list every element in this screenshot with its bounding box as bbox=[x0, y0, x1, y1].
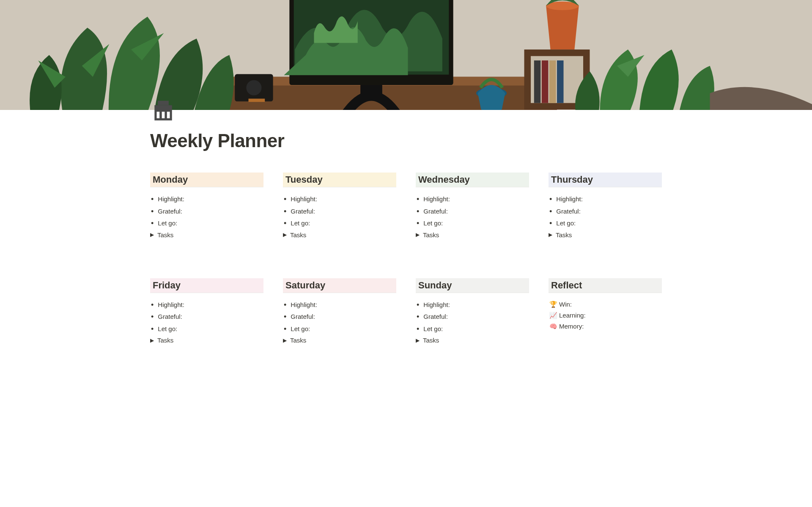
tasks-label: Tasks bbox=[290, 337, 306, 344]
bullet-icon: • bbox=[151, 195, 154, 203]
toggle-triangle-icon: ▶ bbox=[416, 337, 420, 343]
bullet-icon: • bbox=[151, 313, 154, 321]
day-thursday: Thursday •Highlight: •Grateful: •Let go:… bbox=[549, 173, 662, 240]
wednesday-tasks-toggle[interactable]: ▶ Tasks bbox=[416, 230, 529, 240]
toggle-triangle-icon: ▶ bbox=[150, 232, 154, 238]
bullet-icon: • bbox=[151, 219, 154, 227]
day-header-saturday: Saturday bbox=[283, 278, 396, 293]
tasks-label: Tasks bbox=[556, 231, 572, 238]
monday-letgo[interactable]: •Let go: bbox=[151, 217, 263, 230]
day-header-wednesday: Wednesday bbox=[416, 173, 529, 187]
bullet-icon: • bbox=[284, 195, 286, 203]
week-grid: Monday •Highlight: •Grateful: •Let go: ▶… bbox=[150, 173, 662, 345]
day-header-tuesday: Tuesday bbox=[283, 173, 396, 187]
reflect-win[interactable]: 🏆Win: bbox=[549, 299, 662, 310]
bullet-icon: • bbox=[417, 325, 419, 333]
wednesday-grateful[interactable]: •Grateful: bbox=[417, 206, 529, 218]
svg-rect-18 bbox=[162, 112, 165, 118]
toggle-triangle-icon: ▶ bbox=[416, 232, 420, 238]
day-header-friday: Friday bbox=[150, 278, 263, 293]
toggle-triangle-icon: ▶ bbox=[283, 232, 287, 238]
bullet-icon: • bbox=[549, 195, 552, 203]
tasks-label: Tasks bbox=[157, 337, 173, 344]
bullet-icon: • bbox=[417, 208, 419, 215]
friday-grateful[interactable]: •Grateful: bbox=[151, 311, 263, 323]
thursday-tasks-toggle[interactable]: ▶ Tasks bbox=[549, 230, 662, 240]
tuesday-highlight[interactable]: •Highlight: bbox=[284, 193, 396, 206]
friday-tasks-toggle[interactable]: ▶ Tasks bbox=[150, 335, 263, 345]
bullet-icon: • bbox=[284, 208, 286, 215]
day-friday: Friday •Highlight: •Grateful: •Let go: ▶… bbox=[150, 278, 263, 346]
bullet-icon: • bbox=[151, 325, 154, 333]
bullet-icon: • bbox=[151, 208, 154, 215]
toggle-triangle-icon: ▶ bbox=[150, 337, 154, 343]
page-icon bbox=[150, 93, 180, 123]
sunday-tasks-toggle[interactable]: ▶ Tasks bbox=[416, 335, 529, 345]
reflect-learning[interactable]: 📈Learning: bbox=[549, 310, 662, 321]
sunday-grateful[interactable]: •Grateful: bbox=[417, 311, 529, 323]
reflect-memory[interactable]: 🧠Memory: bbox=[549, 321, 662, 332]
bullet-icon: • bbox=[284, 219, 286, 227]
day-header-sunday: Sunday bbox=[416, 278, 529, 293]
wednesday-letgo[interactable]: •Let go: bbox=[417, 217, 529, 230]
page-title: Weekly Planner bbox=[150, 130, 662, 151]
day-tuesday: Tuesday •Highlight: •Grateful: •Let go: … bbox=[283, 173, 396, 240]
bullet-icon: • bbox=[284, 301, 286, 309]
tasks-label: Tasks bbox=[290, 231, 306, 238]
bullet-icon: • bbox=[417, 313, 419, 321]
tuesday-grateful[interactable]: •Grateful: bbox=[284, 206, 396, 218]
sunday-letgo[interactable]: •Let go: bbox=[417, 323, 529, 335]
tasks-label: Tasks bbox=[423, 231, 439, 238]
tasks-label: Tasks bbox=[423, 337, 439, 344]
bullet-icon: • bbox=[549, 208, 552, 215]
svg-rect-19 bbox=[167, 112, 170, 118]
day-saturday: Saturday •Highlight: •Grateful: •Let go:… bbox=[283, 278, 396, 346]
bullet-icon: • bbox=[417, 219, 419, 227]
saturday-grateful[interactable]: •Grateful: bbox=[284, 311, 396, 323]
monday-highlight[interactable]: •Highlight: bbox=[151, 193, 263, 206]
friday-highlight[interactable]: •Highlight: bbox=[151, 299, 263, 311]
day-wednesday: Wednesday •Highlight: •Grateful: •Let go… bbox=[416, 173, 529, 240]
reflect-header: Reflect bbox=[549, 278, 662, 293]
brain-icon: 🧠 bbox=[549, 323, 557, 330]
saturday-letgo[interactable]: •Let go: bbox=[284, 323, 396, 335]
tuesday-letgo[interactable]: •Let go: bbox=[284, 217, 396, 230]
wednesday-highlight[interactable]: •Highlight: bbox=[417, 193, 529, 206]
monday-tasks-toggle[interactable]: ▶ Tasks bbox=[150, 230, 263, 240]
bullet-icon: • bbox=[284, 325, 286, 333]
day-header-monday: Monday bbox=[150, 173, 263, 187]
toggle-triangle-icon: ▶ bbox=[283, 337, 287, 343]
day-monday: Monday •Highlight: •Grateful: •Let go: ▶… bbox=[150, 173, 263, 240]
saturday-highlight[interactable]: •Highlight: bbox=[284, 299, 396, 311]
tuesday-tasks-toggle[interactable]: ▶ Tasks bbox=[283, 230, 396, 240]
bullet-icon: • bbox=[417, 195, 419, 203]
monday-grateful[interactable]: •Grateful: bbox=[151, 206, 263, 218]
thursday-grateful[interactable]: •Grateful: bbox=[549, 206, 662, 218]
toggle-triangle-icon: ▶ bbox=[549, 232, 552, 238]
saturday-tasks-toggle[interactable]: ▶ Tasks bbox=[283, 335, 396, 345]
bullet-icon: • bbox=[417, 301, 419, 309]
bullet-icon: • bbox=[151, 301, 154, 309]
tasks-label: Tasks bbox=[157, 231, 173, 238]
sunday-highlight[interactable]: •Highlight: bbox=[417, 299, 529, 311]
bullet-icon: • bbox=[284, 313, 286, 321]
thursday-highlight[interactable]: •Highlight: bbox=[549, 193, 662, 206]
trophy-icon: 🏆 bbox=[549, 301, 557, 308]
svg-rect-17 bbox=[157, 112, 160, 118]
reflect-section: Reflect 🏆Win: 📈Learning: 🧠Memory: bbox=[549, 278, 662, 346]
friday-letgo[interactable]: •Let go: bbox=[151, 323, 263, 335]
day-sunday: Sunday •Highlight: •Grateful: •Let go: ▶… bbox=[416, 278, 529, 346]
thursday-letgo[interactable]: •Let go: bbox=[549, 217, 662, 230]
day-header-thursday: Thursday bbox=[549, 173, 662, 187]
chart-icon: 📈 bbox=[549, 312, 557, 319]
bullet-icon: • bbox=[549, 219, 552, 227]
